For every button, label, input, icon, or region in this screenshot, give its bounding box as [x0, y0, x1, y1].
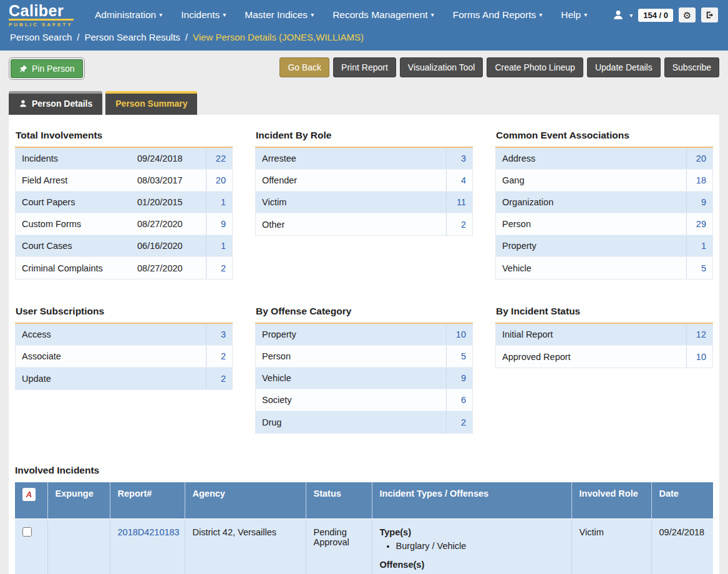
go-back-button[interactable]: Go Back: [279, 57, 329, 77]
print-report-button[interactable]: Print Report: [333, 57, 396, 77]
nav-item-incidents[interactable]: Incidents▾: [181, 9, 226, 21]
report-number-link[interactable]: 2018D4210183: [118, 527, 180, 537]
section-table: Incidents09/24/201822Field Arrest08/03/2…: [15, 148, 233, 280]
update-details-button[interactable]: Update Details: [587, 57, 661, 77]
summary-row-count[interactable]: 2: [446, 411, 472, 433]
summary-row-count[interactable]: 3: [206, 324, 232, 345]
summary-row-count[interactable]: 20: [206, 170, 232, 191]
summary-row-count[interactable]: 5: [446, 346, 472, 367]
summary-row-count[interactable]: 22: [206, 148, 232, 169]
nav-item-label: Master Indices: [245, 9, 308, 21]
summary-row-count[interactable]: 2: [206, 346, 232, 367]
gear-icon: ⚙: [683, 11, 691, 20]
section-total-involvements: Total InvolvementsIncidents09/24/201822F…: [15, 130, 233, 280]
summary-row-label: Gang: [496, 170, 686, 191]
nav-item-help[interactable]: Help▾: [561, 9, 587, 21]
brand-tagline: PUBLIC SAFETY: [9, 22, 74, 27]
nav-item-forms-and-reports[interactable]: Forms And Reports▾: [453, 9, 543, 21]
summary-row-count[interactable]: 18: [686, 170, 712, 191]
chevron-down-icon: ▾: [311, 12, 314, 18]
summary-row: Gang18: [496, 170, 712, 192]
summary-row-count[interactable]: 10: [446, 324, 472, 345]
caliber-logo[interactable]: Caliber PUBLIC SAFETY: [9, 3, 74, 27]
summary-row-label: Custom Forms: [16, 213, 135, 235]
summary-row-count[interactable]: 1: [686, 235, 712, 256]
nav-item-label: Help: [561, 9, 581, 21]
nav-item-records-management[interactable]: Records Management▾: [332, 9, 434, 21]
breadcrumb-separator: /: [77, 32, 79, 42]
tab-person-details[interactable]: Person Details: [9, 91, 102, 115]
nav-item-label: Forms And Reports: [453, 9, 536, 21]
chevron-down-icon: ▾: [223, 12, 226, 18]
summary-row-date: 08/03/2017: [135, 170, 206, 191]
incidents-header-row: AExpungeReport#AgencyStatusIncident Type…: [15, 482, 713, 518]
person-icon: [19, 99, 27, 108]
summary-row-count[interactable]: 9: [446, 367, 472, 389]
summary-row-count[interactable]: 9: [686, 192, 712, 213]
row-select-checkbox[interactable]: [22, 527, 32, 537]
section-title: User Subscriptions: [15, 306, 233, 324]
breadcrumb: Person Search/Person Search Results/View…: [0, 29, 728, 51]
record-counter-badge[interactable]: 154 / 0: [638, 9, 673, 22]
summary-row-count[interactable]: 6: [446, 389, 472, 411]
pdf-header-cell: A: [15, 482, 47, 518]
summary-row-label: Person: [256, 346, 446, 367]
summary-row-count[interactable]: 20: [686, 148, 712, 169]
summary-row-count[interactable]: 4: [446, 170, 472, 191]
summary-row-count[interactable]: 29: [686, 213, 712, 235]
nav-item-label: Incidents: [181, 9, 220, 21]
summary-row-label: Update: [16, 367, 206, 389]
nav-menu: Administration▾Incidents▾Master Indices▾…: [95, 9, 587, 21]
brand-name: Caliber: [9, 3, 74, 18]
summary-row-label: Court Papers: [16, 192, 135, 213]
summary-row-count[interactable]: 11: [446, 192, 472, 213]
summary-row-count[interactable]: 5: [686, 257, 712, 279]
summary-row-count[interactable]: 12: [686, 324, 712, 345]
breadcrumb-separator: /: [185, 32, 188, 42]
tab-person-summary[interactable]: Person Summary: [105, 91, 197, 115]
summary-row-count[interactable]: 2: [206, 257, 232, 279]
summary-row-label: Vehicle: [256, 367, 446, 389]
breadcrumb-item-person-search-results[interactable]: Person Search Results: [84, 32, 180, 42]
summary-row: Vehicle9: [256, 367, 472, 389]
summary-row: Approved Report10: [496, 346, 712, 367]
summary-row-label: Field Arrest: [16, 170, 135, 191]
create-photo-lineup-button[interactable]: Create Photo Lineup: [487, 57, 583, 77]
subscribe-button[interactable]: Subscribe: [664, 57, 719, 77]
section-table: Initial Report12Approved Report10: [495, 324, 713, 368]
summary-row: Access3: [16, 324, 232, 346]
summary-row-count[interactable]: 2: [446, 213, 472, 235]
section-table: Address20Gang18Organization9Person29Prop…: [495, 148, 713, 280]
breadcrumb-item-person-search[interactable]: Person Search: [10, 32, 72, 42]
summary-row-date: 06/16/2020: [135, 235, 206, 256]
chevron-down-icon: ▾: [431, 12, 434, 18]
summary-grid: Total InvolvementsIncidents09/24/201822F…: [15, 130, 713, 434]
summary-row: Property10: [256, 324, 472, 346]
logout-button[interactable]: [701, 7, 718, 22]
summary-row-count[interactable]: 2: [206, 367, 232, 389]
section-table: Arrestee3Offender4Victim11Other2: [255, 148, 473, 236]
column-header-involved-role: Involved Role: [571, 482, 651, 518]
nav-right: ▾ 154 / 0 ⚙: [613, 7, 718, 22]
expunge-cell: [47, 518, 110, 574]
nav-item-administration[interactable]: Administration▾: [95, 9, 162, 21]
pdf-icon[interactable]: A: [22, 488, 36, 501]
user-menu-chevron-down-icon[interactable]: ▾: [629, 12, 633, 19]
summary-row-label: Address: [496, 148, 686, 169]
visualization-tool-button[interactable]: Visualization Tool: [400, 57, 483, 77]
nav-item-master-indices[interactable]: Master Indices▾: [245, 9, 314, 21]
summary-row: Property1: [496, 235, 712, 257]
summary-row-count[interactable]: 10: [686, 346, 712, 367]
summary-row-label: Arrestee: [256, 148, 446, 169]
summary-row-count[interactable]: 1: [206, 192, 232, 213]
summary-row-count[interactable]: 9: [206, 213, 232, 235]
toolbar-actions: Go BackPrint ReportVisualization ToolCre…: [279, 57, 719, 77]
section-title: Total Involvements: [15, 130, 233, 148]
summary-row-count[interactable]: 3: [446, 148, 472, 169]
pin-person-button[interactable]: Pin Person: [11, 59, 83, 78]
tab-bar: Person DetailsPerson Summary: [9, 91, 719, 115]
user-icon[interactable]: [613, 9, 624, 21]
summary-row-count[interactable]: 1: [206, 235, 232, 256]
incident-types-cell: Type(s)Burglary / VehicleOffense(s): [372, 518, 571, 574]
settings-button[interactable]: ⚙: [679, 7, 696, 22]
